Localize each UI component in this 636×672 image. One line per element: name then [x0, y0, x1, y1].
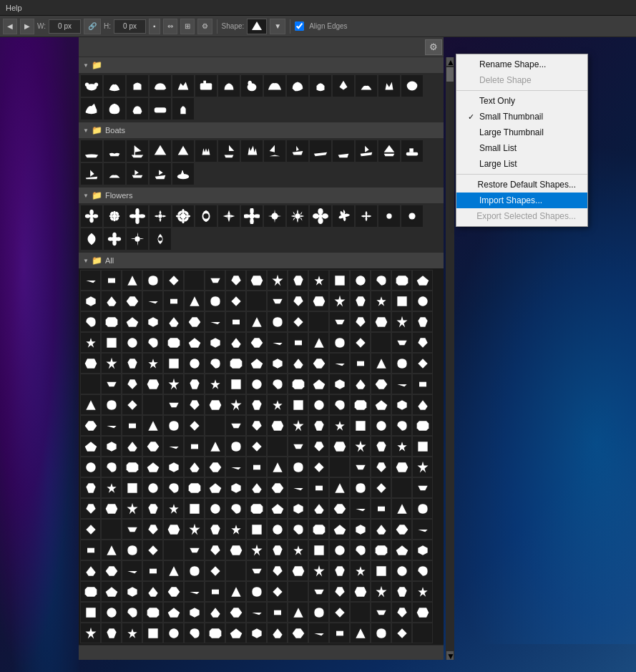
shape-cell[interactable] [172, 75, 194, 97]
all-shape-cell[interactable] [246, 581, 267, 602]
all-shape-cell[interactable] [288, 540, 308, 560]
shape-cell[interactable] [81, 98, 102, 120]
all-shape-cell[interactable] [329, 540, 350, 560]
all-shape-cell[interactable] [80, 436, 101, 457]
shape-cell[interactable] [104, 75, 125, 97]
all-shape-cell[interactable] [391, 311, 412, 332]
all-shape-cell[interactable] [80, 623, 101, 643]
all-shape-cell[interactable] [184, 457, 205, 477]
all-shape-cell[interactable] [163, 436, 184, 457]
shape-cell[interactable] [287, 140, 308, 162]
all-shape-cell[interactable] [288, 581, 308, 602]
all-shape-cell[interactable] [371, 436, 391, 457]
all-shape-cell[interactable] [122, 394, 142, 415]
all-shape-cell[interactable] [288, 519, 308, 540]
all-shape-cell[interactable] [412, 519, 433, 540]
all-shape-cell[interactable] [184, 374, 205, 394]
all-shape-cell[interactable] [142, 519, 163, 540]
all-shape-cell[interactable] [205, 498, 225, 519]
all-shape-cell[interactable] [308, 623, 329, 643]
all-shape-cell[interactable] [350, 270, 371, 291]
all-shape-cell[interactable] [350, 374, 371, 394]
all-shape-cell[interactable] [308, 270, 329, 291]
shape-cell[interactable] [195, 140, 217, 162]
all-shape-cell[interactable] [205, 270, 225, 291]
all-shape-cell[interactable] [288, 374, 308, 394]
ctx-item-large-list[interactable]: Large List [456, 156, 587, 172]
all-shape-cell[interactable] [371, 477, 391, 498]
all-shape-cell[interactable] [163, 374, 184, 394]
link-btn[interactable]: 🔗 [84, 19, 101, 34]
scroll-down-arrow[interactable]: ▼ [446, 651, 454, 660]
all-shape-cell[interactable] [288, 623, 308, 643]
all-shape-cell[interactable] [122, 332, 142, 353]
all-shape-cell[interactable] [267, 374, 288, 394]
all-shape-cell[interactable] [412, 560, 433, 581]
shape-cell[interactable] [172, 98, 194, 120]
all-shape-cell[interactable] [101, 477, 122, 498]
all-shape-cell[interactable] [308, 581, 329, 602]
all-shape-cell[interactable] [184, 270, 205, 291]
all-shape-cell[interactable] [225, 560, 246, 581]
all-shape-cell[interactable] [122, 311, 142, 332]
all-shape-cell[interactable] [267, 477, 288, 498]
all-shape-cell[interactable] [329, 332, 350, 353]
all-shape-cell[interactable] [267, 581, 288, 602]
all-shape-cell[interactable] [101, 353, 122, 374]
all-shape-cell[interactable] [308, 602, 329, 623]
shape-cell[interactable] [401, 75, 423, 97]
all-shape-cell[interactable] [205, 436, 225, 457]
all-shape-cell[interactable] [267, 436, 288, 457]
shape-cell[interactable] [172, 205, 194, 227]
all-shape-cell[interactable] [225, 270, 246, 291]
all-shape-cell[interactable] [350, 560, 371, 581]
all-shape-cell[interactable] [267, 540, 288, 560]
shape-cell[interactable] [81, 163, 102, 185]
all-shape-cell[interactable] [246, 374, 267, 394]
ctx-item-rename-shape[interactable]: Rename Shape... [456, 57, 587, 72]
shape-cell[interactable] [104, 228, 125, 250]
all-shape-cell[interactable] [163, 457, 184, 477]
all-shape-cell[interactable] [412, 602, 433, 623]
all-shape-cell[interactable] [142, 291, 163, 311]
all-shape-cell[interactable] [122, 415, 142, 436]
all-shape-cell[interactable] [391, 353, 412, 374]
all-shape-cell[interactable] [412, 623, 433, 643]
all-shape-cell[interactable] [308, 560, 329, 581]
all-shape-cell[interactable] [163, 332, 184, 353]
shapes-scroll-container[interactable]: ▼ 📁 [79, 57, 444, 660]
all-shape-cell[interactable] [391, 623, 412, 643]
all-shape-cell[interactable] [391, 374, 412, 394]
all-shape-cell[interactable] [225, 457, 246, 477]
all-shape-cell[interactable] [371, 498, 391, 519]
ctx-item-small-thumbnail[interactable]: ✓Small Thumbnail [456, 109, 587, 125]
all-shape-cell[interactable] [350, 519, 371, 540]
all-shape-cell[interactable] [142, 457, 163, 477]
all-shape-cell[interactable] [288, 394, 308, 415]
all-shape-cell[interactable] [205, 519, 225, 540]
shape-cell[interactable] [241, 140, 263, 162]
shape-cell[interactable] [264, 205, 285, 227]
all-shape-cell[interactable] [246, 602, 267, 623]
all-shape-cell[interactable] [184, 560, 205, 581]
all-shape-cell[interactable] [101, 436, 122, 457]
all-shape-cell[interactable] [225, 623, 246, 643]
all-shape-cell[interactable] [350, 498, 371, 519]
shape-cell[interactable] [150, 205, 171, 227]
all-shape-cell[interactable] [225, 353, 246, 374]
shape-cell[interactable] [127, 205, 148, 227]
all-shape-cell[interactable] [184, 477, 205, 498]
all-shape-cell[interactable] [329, 353, 350, 374]
all-shape-cell[interactable] [142, 353, 163, 374]
all-shape-cell[interactable] [371, 540, 391, 560]
all-shape-cell[interactable] [412, 540, 433, 560]
all-shape-cell[interactable] [225, 581, 246, 602]
shape-cell[interactable] [241, 205, 263, 227]
all-shape-cell[interactable] [371, 415, 391, 436]
all-shape-cell[interactable] [142, 415, 163, 436]
all-shape-cell[interactable] [142, 602, 163, 623]
all-shape-cell[interactable] [391, 415, 412, 436]
all-shape-cell[interactable] [163, 540, 184, 560]
all-shape-cell[interactable] [122, 374, 142, 394]
all-shape-cell[interactable] [371, 519, 391, 540]
